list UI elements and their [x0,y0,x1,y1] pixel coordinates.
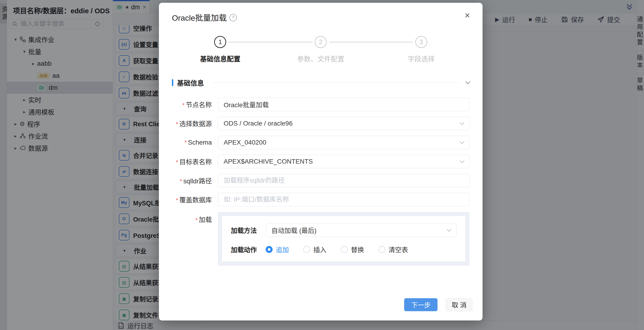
load-action-radio-0[interactable]: 追加 [266,245,289,254]
radio-dot-icon [341,246,348,253]
step-connector-line [329,42,413,42]
step-label: 基础信息配置 [200,54,240,63]
node-name-input[interactable] [218,98,470,111]
required-asterisk: * [182,102,185,108]
form-row-datasource: *选择数据源 ODS / Oracle / oracle96 [172,117,470,130]
load-config-card: 加载方法 自动加载 (最后) 加载动作 追加插入替换清空表 [222,216,465,262]
field-label: *节点名称 [172,100,212,109]
load-action-radio-1[interactable]: 插入 [303,245,326,254]
form-row-node-name: *节点名称 [172,98,470,111]
field-label: *目标表名称 [172,157,212,166]
form-row-override-db: *覆盖数据库 [172,193,470,206]
oracle-bulk-load-dialog: Oracle批量加载 ? × 1基础信息配置2参数、文件配置3字段选择 基础信息… [159,3,482,320]
radio-label: 插入 [314,245,326,254]
load-method-row: 加载方法 自动加载 (最后) [231,224,456,237]
required-asterisk: * [176,159,178,166]
form-row-schema: *Schema APEX_040200 [172,136,470,149]
chevron-down-icon [446,227,452,232]
sqlldr-path-input[interactable] [218,174,470,187]
load-action-radio-group: 追加插入替换清空表 [266,245,408,254]
field-label: *sqlldr路径 [172,176,212,185]
wizard-stepper: 1基础信息配置2参数、文件配置3字段选择 [170,36,472,63]
schema-select[interactable]: APEX_040200 [218,136,470,149]
load-method-label: 加载方法 [231,226,266,235]
form-row-load: *加载 加载方法 自动加载 (最后) 加载动作 [172,212,470,266]
basic-info-form: *节点名称 *选择数据源 ODS / Oracle / oracle96 *Sc… [172,98,470,266]
step-number: 3 [415,36,427,48]
load-action-radio-3[interactable]: 清空表 [378,245,408,254]
field-label: *覆盖数据库 [172,195,212,204]
load-action-row: 加载动作 追加插入替换清空表 [231,245,456,254]
next-step-button[interactable]: 下一步 [404,298,438,311]
app-screen: 资源 项目名称/数据层：eddie / ODS ▾集成作业▾批量▸aabbJob… [0,0,644,330]
close-dialog-icon[interactable]: × [465,11,470,20]
load-method-select[interactable]: 自动加载 (最后) [266,224,456,237]
radio-dot-icon [266,246,272,253]
section-accent-bar [172,79,173,86]
wizard-step-2[interactable]: 2参数、文件配置 [270,36,371,63]
chevron-down-icon [460,120,464,125]
section-title: 基础信息 [177,78,204,88]
chevron-down-icon[interactable] [465,79,470,84]
required-asterisk: * [195,216,198,224]
dialog-header: Oracle批量加载 ? × [159,3,482,23]
required-asterisk: * [184,139,187,146]
step-label: 字段选择 [408,54,435,63]
help-icon[interactable]: ? [230,14,237,21]
required-asterisk: * [180,178,182,185]
radio-dot-icon [303,246,310,253]
target-table-select[interactable]: APEX$ARCHIVE_CONTENTS [218,155,470,168]
form-row-target-table: *目标表名称 APEX$ARCHIVE_CONTENTS [172,155,470,168]
datasource-select[interactable]: ODS / Oracle / oracle96 [218,117,470,130]
wizard-step-1[interactable]: 1基础信息配置 [170,36,270,63]
select-value: APEX$ARCHIVE_CONTENTS [224,158,313,165]
chevron-down-icon [460,158,464,163]
radio-label: 追加 [276,245,289,254]
dialog-body: 基础信息 *节点名称 *选择数据源 ODS / Oracle / oracle9… [159,63,482,298]
dialog-title: Oracle批量加载 [172,12,227,23]
required-asterisk: * [176,121,178,128]
select-value: APEX_040200 [224,139,266,146]
field-label: *加载 [172,212,212,224]
wizard-step-3[interactable]: 3字段选择 [371,36,472,63]
radio-label: 清空表 [388,245,408,254]
step-connector-line [228,42,312,42]
load-config-panel: 加载方法 自动加载 (最后) 加载动作 追加插入替换清空表 [218,212,470,266]
cancel-button[interactable]: 取 消 [446,298,472,311]
field-label: *Schema [172,139,212,146]
step-number: 2 [314,36,327,48]
chevron-down-icon [460,139,464,144]
step-number: 1 [214,36,226,48]
step-label: 参数、文件配置 [297,54,344,63]
form-row-sqlldr-path: *sqlldr路径 [172,174,470,187]
select-value: ODS / Oracle / oracle96 [224,120,292,127]
select-value: 自动加载 (最后) [272,226,316,235]
load-action-label: 加载动作 [231,245,266,254]
required-asterisk: * [176,197,178,204]
override-db-input[interactable] [218,193,470,206]
basic-info-section-header: 基础信息 [172,78,470,88]
load-action-radio-2[interactable]: 替换 [341,245,364,254]
field-label: *选择数据源 [172,119,212,128]
dialog-footer: 下一步 取 消 [159,298,482,320]
section-divider [212,82,460,83]
radio-label: 替换 [351,245,364,254]
radio-dot-icon [378,246,385,253]
